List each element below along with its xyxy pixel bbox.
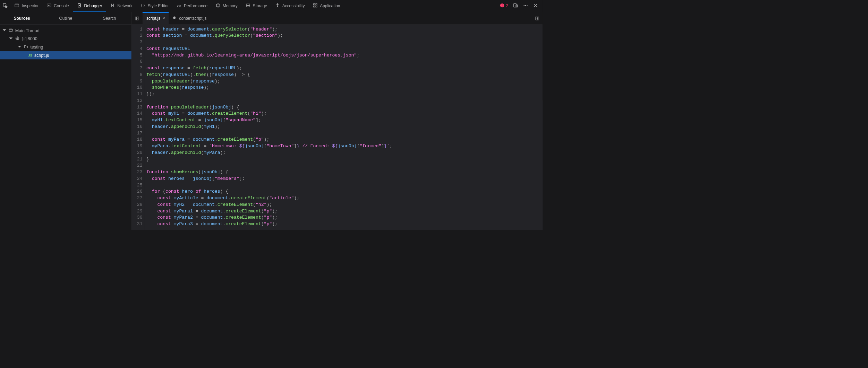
tool-tab-console[interactable]: Console <box>43 0 73 12</box>
disclosure-down-icon <box>9 36 13 42</box>
svg-rect-2 <box>47 4 51 7</box>
tool-tab-debugger[interactable]: Debugger <box>73 0 106 12</box>
tree-folder[interactable]: testing <box>0 43 131 51</box>
disclosure-down-icon <box>2 28 7 33</box>
toggle-right-panel-button[interactable] <box>532 16 543 21</box>
svg-rect-4 <box>216 4 219 7</box>
tree-file-scriptjs[interactable]: JS script.js <box>0 51 131 60</box>
style-editor-icon <box>140 3 145 9</box>
kebab-menu-button[interactable] <box>523 3 528 9</box>
line-number-gutter: 1234567891011121314151617181920212223242… <box>131 25 145 230</box>
tool-tab-inspector[interactable]: Inspector <box>10 0 43 12</box>
code-editor[interactable]: 1234567891011121314151617181920212223242… <box>131 25 542 230</box>
editor-tabbar: script.js × contentscript.js <box>131 12 542 25</box>
editor-tab-scriptjs[interactable]: script.js × <box>143 12 169 25</box>
tool-tab-label: Storage <box>253 3 267 8</box>
inspector-icon <box>14 3 19 9</box>
editor-tab-label: script.js <box>146 16 160 21</box>
tree-host[interactable]: [::]:8000 <box>0 35 131 43</box>
tool-tab-accessibility[interactable]: Accessibility <box>271 0 308 12</box>
js-file-icon: JS <box>28 53 32 57</box>
debugger-main: Sources Outline Search Main Thread [::]:… <box>0 12 543 230</box>
tool-tab-label: Style Editor <box>148 3 169 8</box>
tool-tab-label: Memory <box>223 3 238 8</box>
svg-rect-14 <box>502 6 502 7</box>
close-tab-button[interactable]: × <box>162 16 165 20</box>
tool-tab-storage[interactable]: Storage <box>241 0 271 12</box>
debugger-icon <box>77 3 82 9</box>
tool-tab-picker[interactable] <box>0 0 10 12</box>
editor-tab-label: contentscript.js <box>179 16 206 21</box>
tool-tab-label: Accessibility <box>282 3 305 8</box>
toolbar-right: 2 <box>500 3 543 9</box>
tool-tab-label: Performance <box>184 3 207 8</box>
tool-tab-label: Console <box>54 3 69 8</box>
error-badge[interactable]: 2 <box>500 3 508 9</box>
window-icon <box>9 28 13 33</box>
svg-rect-9 <box>316 4 317 5</box>
tool-tab-performance[interactable]: Performance <box>173 0 212 12</box>
tool-tab-style-editor[interactable]: Style Editor <box>136 0 172 12</box>
file-label: script.js <box>34 53 49 58</box>
disclosure-down-icon <box>17 44 22 50</box>
tree-thread[interactable]: Main Thread <box>0 26 131 35</box>
sources-panel: Sources Outline Search Main Thread [::]:… <box>0 12 131 230</box>
tool-tab-label: Network <box>117 3 133 8</box>
extension-icon <box>172 16 177 21</box>
source-subtabs: Sources Outline Search <box>0 12 131 25</box>
folder-icon <box>24 44 28 50</box>
svg-rect-6 <box>246 6 250 7</box>
subtab-search[interactable]: Search <box>88 12 131 25</box>
svg-rect-5 <box>246 4 250 5</box>
svg-point-7 <box>277 3 278 5</box>
editor-area: script.js × contentscript.js 12345678910… <box>131 12 542 230</box>
element-picker-icon <box>3 3 8 9</box>
svg-rect-10 <box>314 6 315 7</box>
sources-tree: Main Thread [::]:8000 testing JS script.… <box>0 25 131 59</box>
tool-tab-label: Inspector <box>22 3 39 8</box>
devtools-toolbar: InspectorConsoleDebuggerNetworkStyle Edi… <box>0 0 543 12</box>
code-content[interactable]: const header = document.querySelector("h… <box>145 25 543 230</box>
close-devtools-button[interactable] <box>533 3 538 9</box>
toggle-sources-tree-button[interactable] <box>131 16 142 21</box>
svg-rect-1 <box>15 4 19 7</box>
subtab-sources[interactable]: Sources <box>0 12 44 25</box>
svg-rect-8 <box>314 4 315 5</box>
console-icon <box>46 3 52 9</box>
subtab-outline[interactable]: Outline <box>44 12 87 25</box>
tool-tab-memory[interactable]: Memory <box>211 0 241 12</box>
svg-rect-13 <box>502 4 502 6</box>
host-label: [::]:8000 <box>22 36 37 41</box>
tool-tab-label: Application <box>320 3 340 8</box>
memory-icon <box>215 3 221 9</box>
svg-rect-20 <box>9 29 12 31</box>
svg-point-17 <box>524 5 525 6</box>
svg-rect-11 <box>316 6 317 7</box>
error-icon <box>500 3 505 9</box>
globe-icon <box>15 36 20 42</box>
tool-tab-label: Debugger <box>84 3 102 8</box>
accessibility-icon <box>275 3 280 9</box>
performance-icon <box>177 3 182 9</box>
application-icon <box>313 3 318 9</box>
tool-tab-network[interactable]: Network <box>106 0 136 12</box>
editor-tab-contentscriptjs[interactable]: contentscript.js <box>169 12 210 25</box>
storage-icon <box>245 3 250 9</box>
responsive-mode-button[interactable] <box>513 3 518 9</box>
thread-label: Main Thread <box>15 28 40 33</box>
folder-label: testing <box>31 44 43 49</box>
svg-point-18 <box>525 5 526 6</box>
tool-tab-application[interactable]: Application <box>309 0 344 12</box>
network-icon <box>110 3 115 9</box>
svg-point-19 <box>527 5 528 6</box>
error-count: 2 <box>506 3 508 8</box>
